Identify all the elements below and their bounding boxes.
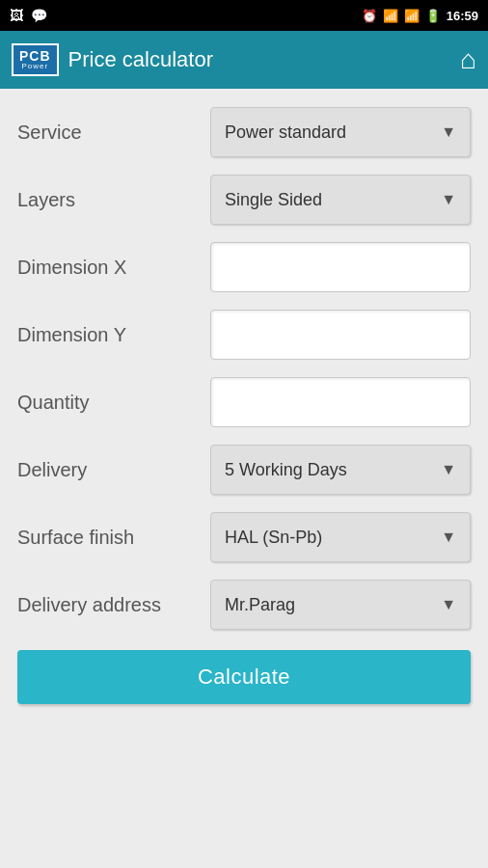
main-content: Service Power standard ▼ Layers Single S…: [0, 89, 488, 868]
service-dropdown-arrow: ▼: [441, 123, 456, 141]
delivery-row: Delivery 5 Working Days ▼: [17, 444, 471, 496]
home-icon[interactable]: ⌂: [460, 44, 476, 75]
delivery-label: Delivery: [17, 459, 210, 481]
quantity-row: Quantity: [17, 376, 471, 428]
quantity-label: Quantity: [17, 392, 210, 414]
status-icons: 🖼 💬: [10, 8, 47, 23]
delivery-address-dropdown-value: Mr.Parag: [225, 595, 295, 615]
quantity-input[interactable]: [210, 377, 471, 427]
logo-power-text: Power: [21, 63, 48, 70]
surface-finish-label: Surface finish: [17, 527, 210, 549]
app-bar-left: PCB Power Price calculator: [12, 43, 213, 76]
app-title: Price calculator: [68, 47, 213, 72]
surface-finish-row: Surface finish HAL (Sn-Pb) ▼: [17, 511, 471, 563]
delivery-address-row: Delivery address Mr.Parag ▼: [17, 579, 471, 631]
delivery-dropdown-value: 5 Working Days: [225, 460, 347, 480]
dimension-y-row: Dimension Y: [17, 309, 471, 361]
layers-dropdown-value: Single Sided: [225, 190, 322, 210]
signal-icon: 📶: [404, 9, 420, 23]
delivery-dropdown[interactable]: 5 Working Days ▼: [210, 445, 471, 495]
battery-icon: 🔋: [425, 9, 441, 23]
layers-dropdown[interactable]: Single Sided ▼: [210, 175, 471, 225]
image-icon: 🖼: [10, 8, 23, 23]
message-icon: 💬: [31, 8, 47, 23]
layers-row: Layers Single Sided ▼: [17, 174, 471, 226]
dimension-x-input[interactable]: [210, 242, 471, 292]
dimension-x-row: Dimension X: [17, 241, 471, 293]
dimension-y-label: Dimension Y: [17, 324, 210, 346]
wifi-icon: 📶: [383, 9, 398, 23]
layers-dropdown-arrow: ▼: [441, 191, 456, 208]
logo-pcb-text: PCB: [19, 49, 51, 63]
layers-label: Layers: [17, 189, 210, 211]
delivery-address-dropdown[interactable]: Mr.Parag ▼: [210, 580, 471, 630]
dimension-y-input[interactable]: [210, 310, 471, 360]
delivery-address-dropdown-arrow: ▼: [441, 596, 456, 613]
calculate-button[interactable]: Calculate: [17, 650, 471, 704]
surface-finish-dropdown[interactable]: HAL (Sn-Pb) ▼: [210, 512, 471, 562]
service-label: Service: [17, 122, 210, 144]
status-bar: 🖼 💬 ⏰ 📶 📶 🔋 16:59: [0, 0, 488, 31]
delivery-dropdown-arrow: ▼: [441, 461, 456, 478]
surface-finish-dropdown-value: HAL (Sn-Pb): [225, 528, 322, 548]
app-logo: PCB Power: [12, 43, 59, 76]
service-dropdown-value: Power standard: [225, 122, 346, 143]
clock-display: 16:59: [447, 9, 478, 23]
app-bar: PCB Power Price calculator ⌂: [0, 31, 488, 89]
service-row: Service Power standard ▼: [17, 106, 471, 158]
service-dropdown[interactable]: Power standard ▼: [210, 107, 471, 157]
alarm-icon: ⏰: [362, 9, 377, 23]
status-right: ⏰ 📶 📶 🔋 16:59: [362, 9, 478, 23]
delivery-address-label: Delivery address: [17, 594, 210, 616]
dimension-x-label: Dimension X: [17, 257, 210, 279]
surface-finish-dropdown-arrow: ▼: [441, 529, 456, 546]
